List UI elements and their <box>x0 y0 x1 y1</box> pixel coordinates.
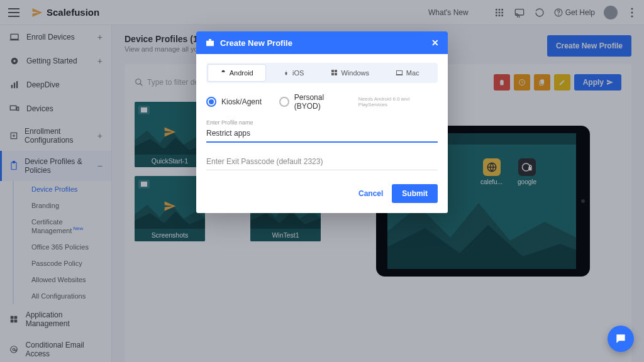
android-icon <box>220 70 226 76</box>
name-field-label: Enter Profile name <box>206 119 438 126</box>
modal-header: Create New Profile ✕ <box>196 31 448 54</box>
radio-kiosk[interactable]: Kiosk/Agent <box>206 97 262 107</box>
os-tabs: Android iOS Windows Mac <box>206 63 438 83</box>
mode-radios: Kiosk/Agent Personal (BYOD)Needs Android… <box>206 93 438 111</box>
mac-icon <box>396 70 403 76</box>
profile-name-field[interactable] <box>206 126 438 143</box>
chat-icon <box>614 332 627 345</box>
svg-rect-52 <box>206 41 214 47</box>
svg-rect-56 <box>335 73 337 75</box>
tab-windows[interactable]: Windows <box>322 65 379 81</box>
radio-byod[interactable]: Personal (BYOD)Needs Android 6.0 and Pla… <box>279 93 438 111</box>
submit-button[interactable]: Submit <box>392 184 438 203</box>
tab-android[interactable]: Android <box>208 65 265 81</box>
modal-overlay[interactable]: Create New Profile ✕ Android iOS Windows… <box>0 0 644 362</box>
apple-icon <box>283 70 289 76</box>
modal-footer: Cancel Submit <box>196 175 448 213</box>
chat-fab[interactable] <box>608 326 634 352</box>
passcode-field[interactable] <box>206 154 438 170</box>
modal-title: Create New Profile <box>220 38 292 48</box>
svg-rect-55 <box>331 73 334 75</box>
modal-body: Android iOS Windows Mac Kiosk/Agent Pers… <box>196 54 448 175</box>
tab-mac[interactable]: Mac <box>379 65 436 81</box>
cancel-button[interactable]: Cancel <box>358 189 383 198</box>
svg-rect-53 <box>331 70 334 72</box>
svg-rect-54 <box>335 70 337 72</box>
create-profile-modal: Create New Profile ✕ Android iOS Windows… <box>196 31 448 213</box>
tab-ios[interactable]: iOS <box>265 65 323 81</box>
close-icon[interactable]: ✕ <box>431 38 439 48</box>
svg-rect-57 <box>396 71 402 75</box>
windows-icon <box>331 70 338 76</box>
radio-dot-icon <box>206 97 216 107</box>
briefcase-icon <box>205 38 215 48</box>
radio-dot-icon <box>279 97 289 107</box>
